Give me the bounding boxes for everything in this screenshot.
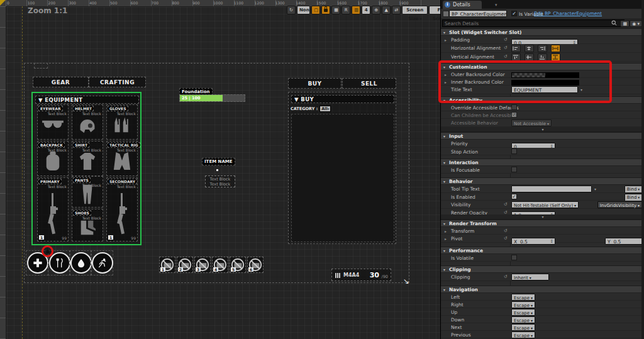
widget-name-field[interactable]: BP_CharacterEquipment bbox=[449, 10, 507, 17]
stop-action-checkbox[interactable] bbox=[511, 148, 517, 154]
grid-size-button[interactable]: 4 bbox=[362, 6, 370, 14]
section-performance[interactable]: ▾Performance bbox=[441, 247, 644, 254]
reset-icon[interactable]: ↺ bbox=[504, 236, 508, 241]
expand-arrow-icon[interactable]: ▸ bbox=[445, 229, 447, 233]
rotation-mode-button[interactable]: R bbox=[341, 6, 350, 14]
tab-details[interactable]: i Details bbox=[443, 1, 482, 9]
section-expander[interactable]: ▾ bbox=[441, 214, 644, 220]
designer-canvas[interactable]: 0100200300400500600700800900100011001200… bbox=[0, 0, 440, 339]
equipment-panel[interactable]: ▼ EQUIPMENT EYEWEAR Text Block HELMET Te… bbox=[31, 92, 142, 245]
reset-icon[interactable]: ↺ bbox=[504, 228, 508, 233]
sell-tab-button[interactable]: SELL bbox=[342, 78, 396, 89]
flip-preview-button[interactable]: ⇄ bbox=[392, 6, 401, 14]
hotbar-slot[interactable]: 3 bbox=[194, 257, 211, 273]
tab-options-arrow[interactable]: ▾ bbox=[495, 3, 497, 8]
expand-arrow-icon[interactable]: ▸ bbox=[445, 80, 447, 84]
halign-center-button[interactable] bbox=[525, 45, 534, 52]
equipment-slot-shoes[interactable]: SHOES Text Block bbox=[72, 209, 103, 242]
stamina-button[interactable] bbox=[92, 252, 113, 274]
section-accessibility[interactable]: ▾Accessibility bbox=[441, 96, 644, 104]
hotbar-slot[interactable]: 4 bbox=[212, 257, 228, 273]
nav-down-dropdown[interactable]: Escape bbox=[511, 316, 535, 323]
nav-left-dropdown[interactable]: Escape bbox=[511, 294, 535, 301]
hotbar-slot[interactable]: 1 bbox=[159, 257, 175, 273]
shop-item-list[interactable] bbox=[291, 114, 394, 242]
lock-widgets-button[interactable] bbox=[321, 6, 330, 14]
valign-fill-button[interactable] bbox=[551, 53, 560, 61]
search-input[interactable] bbox=[442, 19, 625, 27]
equipment-slot-secondary[interactable]: SECONDARY Text Block 1 99 bbox=[106, 177, 138, 242]
equipment-slot-shirt[interactable]: SHIRT Text Block bbox=[72, 141, 103, 176]
reset-icon[interactable]: ↺ bbox=[504, 37, 508, 42]
snap-grid-toggle[interactable]: ▥ bbox=[352, 6, 360, 14]
item-textblock-group[interactable]: Text Block Text Block bbox=[205, 175, 235, 187]
expand-arrow-icon[interactable]: ▸ bbox=[445, 236, 447, 241]
section-behavior[interactable]: ▾Behavior bbox=[441, 177, 644, 185]
reset-icon[interactable]: ↺ bbox=[504, 274, 508, 279]
nav-right-dropdown[interactable]: Escape bbox=[511, 301, 535, 308]
title-text-field[interactable]: EQUIPMENT bbox=[511, 86, 578, 93]
expand-arrow-icon[interactable]: ▸ bbox=[445, 72, 447, 77]
section-expander[interactable]: ▾ bbox=[441, 127, 644, 132]
section-navigation[interactable]: ▾Navigation bbox=[441, 286, 644, 293]
collapsed-widget-box[interactable] bbox=[34, 63, 48, 69]
is-variable-checkbox[interactable] bbox=[511, 11, 517, 16]
tooltip-dropdown-arrow[interactable]: ▾ bbox=[594, 187, 596, 191]
category-dropdown[interactable]: All bbox=[319, 106, 331, 112]
preview-none-button[interactable]: None bbox=[297, 6, 310, 14]
preview-background-button[interactable]: ▲ bbox=[382, 6, 391, 14]
equipment-slot-pants[interactable]: PANTS Text Block bbox=[72, 176, 103, 208]
equipment-slot-helmet[interactable]: HELMET Text Block bbox=[72, 104, 103, 140]
section-render-transform[interactable]: ▾Render Transform bbox=[441, 220, 644, 227]
details-scrollbar[interactable] bbox=[641, 0, 644, 339]
transform-mode-button[interactable]: ⊕ bbox=[372, 6, 380, 14]
widget-outline-toggle[interactable]: ▢ bbox=[311, 6, 320, 14]
inner-color-swatch[interactable] bbox=[511, 80, 579, 86]
clipping-dropdown[interactable]: Inherit bbox=[511, 274, 549, 281]
halign-fill-button[interactable] bbox=[551, 45, 560, 52]
nav-previous-dropdown[interactable]: Escape bbox=[511, 331, 535, 338]
section-clipping[interactable]: ▾Clipping bbox=[441, 265, 644, 273]
localization-preview-button[interactable]: ↻ bbox=[287, 6, 296, 14]
section-input[interactable]: ▾Input bbox=[441, 132, 644, 140]
visibility-dropdown[interactable]: Not Hit-Testable (Self Only) bbox=[511, 201, 579, 208]
hotbar-slot[interactable]: 6 bbox=[247, 257, 264, 273]
vital-slot-water[interactable] bbox=[69, 250, 92, 275]
expand-arrow-icon[interactable]: ▸ bbox=[445, 38, 447, 42]
halign-right-button[interactable] bbox=[538, 45, 547, 52]
visibility-bind-button[interactable]: InvGridsVisibility bbox=[597, 201, 642, 208]
water-button[interactable] bbox=[70, 252, 92, 274]
nav-up-dropdown[interactable]: Escape bbox=[511, 309, 535, 316]
equipment-slot-gloves[interactable]: GLOVES Text Block bbox=[106, 104, 138, 140]
hotbar-slot[interactable]: 5 bbox=[230, 257, 246, 273]
is-focusable-checkbox[interactable] bbox=[511, 167, 517, 172]
crafting-tab-button[interactable]: CRAFTING bbox=[89, 77, 146, 87]
outer-color-swatch[interactable] bbox=[511, 72, 579, 78]
equipment-slot-primary[interactable]: PRIMARY Text Block 1 99 bbox=[37, 177, 69, 242]
equipment-slot-backpack[interactable]: BACKPACK Text Block bbox=[37, 141, 69, 176]
section-customization[interactable]: ▾Customization bbox=[441, 63, 644, 70]
screen-size-dropdown[interactable]: Screen Size bbox=[402, 6, 428, 14]
halign-left-button[interactable] bbox=[511, 45, 521, 52]
shop-panel-header[interactable]: ▼ BUY bbox=[291, 95, 394, 103]
section-interaction[interactable]: ▾Interaction bbox=[441, 158, 644, 166]
valign-top-button[interactable] bbox=[511, 53, 521, 61]
resize-handle[interactable]: ↘ bbox=[403, 277, 409, 286]
shop-panel[interactable]: ▼ BUY CATEGORY :All bbox=[288, 92, 396, 244]
visibility-filter-button[interactable]: ◉ ▾ bbox=[630, 20, 642, 27]
gear-tab-button[interactable]: GEAR bbox=[33, 77, 89, 87]
title-text-dropdown-arrow[interactable]: ▾ bbox=[580, 87, 582, 92]
equipment-slot-tactical-rig[interactable]: TACTICAL RIG Text Block bbox=[106, 141, 138, 176]
food-button[interactable] bbox=[49, 252, 70, 274]
item-name-label[interactable]: ITEM NAME bbox=[202, 158, 235, 165]
vital-slot-stamina[interactable] bbox=[91, 250, 113, 275]
valign-center-button[interactable] bbox=[525, 53, 534, 61]
section-slot[interactable]: ▾Slot (Widget Switcher Slot) bbox=[441, 28, 644, 36]
is-volatile-checkbox[interactable] bbox=[511, 255, 517, 260]
edit-blueprint-link[interactable]: Edit BP_CharacterEquipment bbox=[534, 11, 602, 16]
reset-icon[interactable]: ↺ bbox=[504, 54, 508, 59]
foundation-progress-bar[interactable]: 25 | 100 bbox=[179, 94, 245, 102]
accessible-behavior-dropdown[interactable]: Not Accessible bbox=[511, 119, 552, 126]
equipment-panel-header[interactable]: ▼ EQUIPMENT bbox=[35, 96, 139, 104]
hotbar-slot[interactable]: 2 bbox=[177, 257, 193, 273]
